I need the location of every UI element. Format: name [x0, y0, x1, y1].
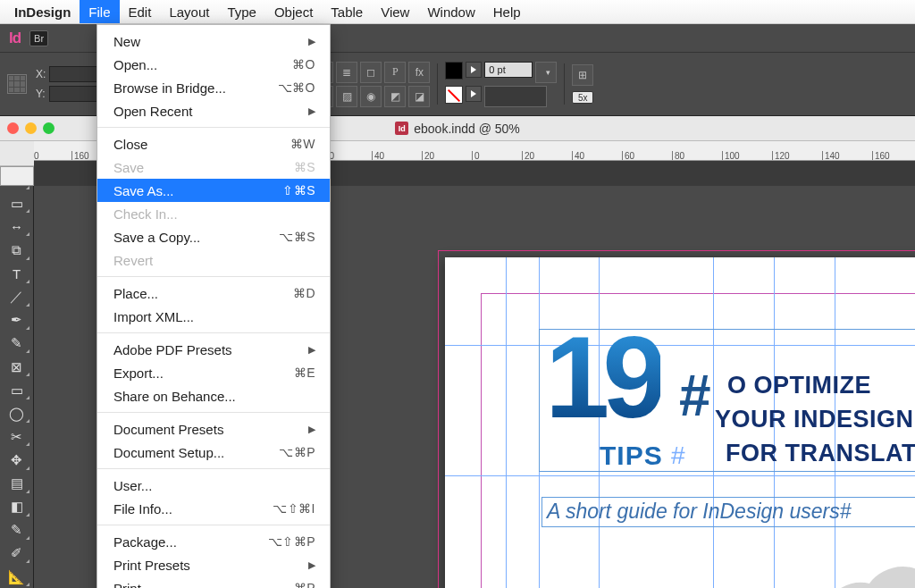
tool-note[interactable]: ✎: [3, 519, 31, 542]
ruler-tick: 20: [522, 151, 534, 160]
file-menu-share-on-behance[interactable]: Share on Behance...: [97, 384, 330, 407]
stroke-weight-stepper[interactable]: [535, 62, 557, 83]
tool-gradient-feather[interactable]: ◧: [3, 496, 31, 518]
tool-measure[interactable]: 📐: [3, 566, 31, 588]
file-menu-save: Save⌘S: [97, 155, 330, 179]
file-menu-browse-in-bridge[interactable]: Browse in Bridge...⌥⌘O: [97, 76, 330, 99]
tool-type[interactable]: T: [3, 263, 31, 285]
menu-shortcut: ⌥⌘S: [279, 230, 315, 244]
stroke-weight-input[interactable]: 0 pt: [484, 62, 533, 78]
window-traffic-lights[interactable]: [7, 122, 55, 134]
file-menu-check-in: Check In...: [97, 202, 330, 225]
tool-rectangle[interactable]: ▭: [3, 379, 31, 401]
menu-item-label: Adobe PDF Presets: [113, 342, 308, 357]
menu-shortcut: ⌘O: [292, 57, 315, 71]
minimize-window-icon[interactable]: [25, 122, 37, 134]
zoom-window-icon[interactable]: [43, 122, 55, 134]
tool-content-collector[interactable]: ⧉: [3, 239, 31, 261]
menu-shortcut: ⌘D: [293, 286, 315, 300]
file-menu-new[interactable]: New▶: [97, 29, 330, 53]
menu-shortcut: ⌥⌘O: [278, 80, 315, 95]
file-menu-print[interactable]: Print...⌘P: [97, 576, 330, 588]
stroke-style-dropdown[interactable]: [484, 86, 547, 107]
tool-line[interactable]: ／: [3, 286, 31, 308]
menu-view[interactable]: View: [372, 0, 418, 23]
ruler-tick: 160: [71, 151, 89, 160]
stroke-swatch[interactable]: [445, 86, 463, 104]
file-menu-package[interactable]: Package...⌥⇧⌘P: [97, 530, 330, 553]
menu-layout[interactable]: Layout: [160, 0, 218, 23]
menu-item-label: Save a Copy...: [113, 230, 279, 245]
tool-gradient-swatch[interactable]: ▤: [3, 473, 31, 495]
file-menu-save-as[interactable]: Save As...⇧⌘S: [97, 179, 330, 202]
ruler-tick: 40: [572, 151, 584, 160]
file-menu-open[interactable]: Open...⌘O: [97, 53, 330, 76]
ruler-tick: 80: [672, 151, 684, 160]
corner-icon[interactable]: ◻: [360, 62, 382, 83]
file-menu-close[interactable]: Close⌘W: [97, 132, 330, 155]
tool-page[interactable]: ▭: [3, 192, 31, 214]
reference-point-grid-icon[interactable]: [7, 74, 27, 94]
wrap-jump-icon[interactable]: ≣: [336, 62, 357, 83]
file-menu-document-presets[interactable]: Document Presets▶: [97, 417, 330, 441]
tool-free-transform[interactable]: ✥: [3, 449, 31, 471]
menu-window[interactable]: Window: [418, 0, 483, 23]
menu-shortcut: ⌘W: [290, 137, 315, 151]
paragraph-style-icon[interactable]: P: [384, 62, 406, 83]
tool-pencil[interactable]: ✎: [3, 332, 31, 355]
file-menu-user[interactable]: User...: [97, 474, 330, 497]
guide-v[interactable]: [506, 257, 507, 588]
file-menu-import-xml[interactable]: Import XML...: [97, 305, 330, 328]
satin-icon[interactable]: ◪: [408, 86, 430, 107]
stroke-flyout-icon[interactable]: [466, 86, 482, 102]
document-title: ebook.indd @ 50%: [414, 122, 520, 136]
file-menu-adobe-pdf-presets[interactable]: Adobe PDF Presets▶: [97, 338, 330, 361]
drop-shadow-icon[interactable]: ▨: [336, 86, 357, 107]
submenu-arrow-icon: ▶: [308, 559, 315, 571]
subtitle-text: A short guide for InDesign users#: [547, 500, 852, 524]
menu-object[interactable]: Object: [265, 0, 322, 23]
file-menu-print-presets[interactable]: Print Presets▶: [97, 553, 330, 576]
hash-symbol-small: #: [671, 441, 685, 470]
tool-pen[interactable]: ✒: [3, 309, 31, 332]
fivex-badge[interactable]: 5x: [572, 91, 593, 104]
submenu-arrow-icon: ▶: [308, 344, 315, 356]
file-menu-file-info[interactable]: File Info...⌥⇧⌘I: [97, 497, 330, 520]
grid-options-icon[interactable]: ⊞: [572, 64, 593, 86]
app-name: InDesign: [5, 4, 80, 20]
menu-item-label: File Info...: [113, 501, 273, 517]
tool-eyedropper[interactable]: ✐: [3, 542, 31, 565]
close-window-icon[interactable]: [7, 122, 19, 134]
guide-h[interactable]: [445, 475, 915, 476]
submenu-arrow-icon: ▶: [308, 36, 315, 47]
menu-type[interactable]: Type: [218, 0, 265, 23]
bevel-icon[interactable]: ◩: [384, 86, 406, 107]
swatch-flyout-icon[interactable]: [466, 62, 482, 78]
menu-help[interactable]: Help: [484, 0, 530, 23]
file-menu-document-setup[interactable]: Document Setup...⌥⌘P: [97, 441, 330, 464]
file-menu-open-recent[interactable]: Open Recent▶: [97, 99, 330, 122]
x-input[interactable]: [49, 66, 103, 82]
effect-icon[interactable]: fx: [408, 62, 430, 83]
file-menu-export[interactable]: Export...⌘E: [97, 361, 330, 384]
tool-gap[interactable]: ↔: [3, 215, 31, 238]
tips-label: TIPS: [600, 441, 663, 471]
menu-edit[interactable]: Edit: [120, 0, 161, 23]
file-menu-save-a-copy[interactable]: Save a Copy...⌥⌘S: [97, 225, 330, 248]
glow-icon[interactable]: ◉: [360, 86, 382, 107]
xy-fields: X: Y:: [36, 66, 103, 102]
tool-ellipse[interactable]: ◯: [3, 402, 31, 424]
menu-item-label: Place...: [113, 286, 293, 301]
fill-swatch[interactable]: [445, 62, 463, 80]
page[interactable]: 19 # TIPS # O OPTIMIZE YOUR INDESIGN FIL…: [445, 257, 915, 588]
tool-scissors[interactable]: ✂: [3, 425, 31, 448]
bridge-badge[interactable]: Br: [29, 30, 48, 46]
file-menu-place[interactable]: Place...⌘D: [97, 281, 330, 305]
y-input[interactable]: [49, 86, 103, 102]
menu-table[interactable]: Table: [322, 0, 372, 23]
menu-shortcut: ⌘S: [294, 160, 315, 174]
ruler-origin-icon[interactable]: [0, 166, 34, 186]
tool-rectangle-frame[interactable]: ⊠: [3, 356, 31, 378]
indesign-logo: Id: [9, 29, 21, 47]
menu-file[interactable]: File: [80, 0, 119, 23]
